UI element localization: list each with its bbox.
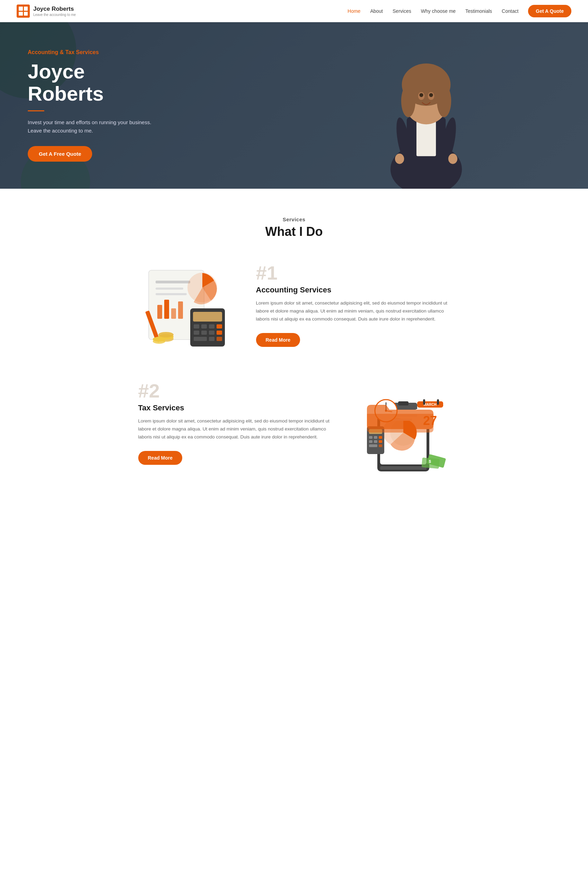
svg-rect-77 bbox=[437, 399, 439, 405]
service-1-read-more-button[interactable]: Read More bbox=[256, 333, 300, 347]
nav-home[interactable]: Home bbox=[348, 8, 360, 14]
nav-links: Home About Services Why choose me Testim… bbox=[348, 8, 572, 14]
service-item-1: #1 Accounting Services Lorem ipsum dolor… bbox=[138, 260, 450, 350]
hero-title: Joyce Roberts bbox=[28, 60, 153, 105]
svg-point-6 bbox=[401, 85, 416, 117]
svg-rect-57 bbox=[379, 436, 382, 439]
nav-services[interactable]: Services bbox=[393, 8, 411, 14]
hero-section: Accounting & Tax Services Joyce Roberts … bbox=[0, 22, 588, 189]
hero-person-svg bbox=[374, 33, 478, 189]
svg-point-10 bbox=[420, 93, 423, 97]
svg-rect-26 bbox=[193, 312, 222, 322]
nav-testimonials[interactable]: Testimonials bbox=[465, 8, 492, 14]
svg-point-11 bbox=[429, 93, 433, 97]
nav-contact[interactable]: Contact bbox=[502, 8, 518, 14]
hero-image bbox=[265, 22, 588, 189]
navigation: Joyce Roberts Leave the accounting to me… bbox=[0, 0, 588, 22]
svg-rect-32 bbox=[201, 331, 207, 335]
svg-rect-36 bbox=[209, 337, 214, 341]
svg-point-44 bbox=[153, 337, 165, 342]
service-item-2: $ MARCH 27 bbox=[138, 378, 450, 475]
svg-rect-18 bbox=[156, 287, 183, 290]
svg-rect-76 bbox=[423, 399, 425, 405]
svg-rect-61 bbox=[369, 444, 377, 447]
svg-rect-33 bbox=[209, 331, 214, 335]
service-1-name: Accounting Services bbox=[256, 286, 450, 295]
hero-divider bbox=[28, 110, 44, 111]
svg-point-15 bbox=[448, 154, 458, 164]
svg-rect-27 bbox=[194, 324, 199, 328]
nav-about[interactable]: About bbox=[370, 8, 383, 14]
svg-text:MARCH: MARCH bbox=[423, 403, 436, 406]
accounting-illustration-svg bbox=[138, 260, 235, 350]
service-2-read-more-button[interactable]: Read More bbox=[138, 451, 183, 465]
brand-tagline: Leave the accounting to me bbox=[33, 13, 76, 17]
svg-rect-56 bbox=[374, 436, 377, 439]
tax-illustration-svg: $ MARCH 27 bbox=[353, 378, 450, 475]
svg-rect-19 bbox=[156, 293, 187, 295]
svg-rect-20 bbox=[157, 305, 162, 319]
svg-rect-31 bbox=[194, 331, 199, 335]
nav-why-choose[interactable]: Why choose me bbox=[421, 8, 456, 14]
brand-name: Joyce Roberts bbox=[33, 6, 76, 12]
service-1-number: #1 bbox=[256, 263, 450, 283]
svg-rect-34 bbox=[216, 331, 222, 335]
service-2-number: #2 bbox=[138, 381, 332, 400]
hero-subtitle: Accounting & Tax Services bbox=[28, 49, 153, 56]
service-1-description: Lorem ipsum dolor sit amet, consectetur … bbox=[256, 300, 450, 323]
svg-rect-28 bbox=[201, 324, 207, 328]
svg-rect-37 bbox=[216, 337, 222, 341]
service-2-text: #2 Tax Services Lorem ipsum dolor sit am… bbox=[138, 378, 332, 465]
services-label: Services bbox=[14, 217, 574, 222]
svg-rect-55 bbox=[369, 436, 372, 439]
hero-description: Invest your time and efforts on running … bbox=[28, 118, 153, 135]
service-2-description: Lorem ipsum dolor sit amet, consectetur … bbox=[138, 417, 332, 441]
service-1-illustration bbox=[138, 260, 235, 350]
svg-rect-52 bbox=[380, 466, 426, 470]
svg-rect-17 bbox=[156, 281, 190, 283]
svg-rect-60 bbox=[379, 440, 382, 443]
svg-point-14 bbox=[395, 154, 404, 164]
services-section: Services What I Do bbox=[0, 189, 588, 524]
nav-get-quote-button[interactable]: Get A Quote bbox=[528, 5, 572, 17]
svg-rect-59 bbox=[374, 440, 377, 443]
service-2-name: Tax Services bbox=[138, 403, 332, 412]
svg-rect-23 bbox=[178, 301, 183, 319]
svg-rect-22 bbox=[171, 309, 176, 319]
svg-rect-48 bbox=[398, 401, 408, 405]
svg-rect-58 bbox=[369, 440, 372, 443]
service-2-illustration: $ MARCH 27 bbox=[353, 378, 450, 475]
svg-rect-30 bbox=[216, 324, 222, 328]
svg-point-7 bbox=[437, 85, 451, 117]
hero-cta-button[interactable]: Get A Free Quote bbox=[28, 146, 92, 162]
svg-rect-62 bbox=[379, 444, 382, 447]
svg-rect-29 bbox=[209, 324, 214, 328]
logo-icon bbox=[16, 5, 30, 18]
svg-point-42 bbox=[158, 332, 174, 337]
logo: Joyce Roberts Leave the accounting to me bbox=[16, 5, 76, 18]
svg-rect-35 bbox=[194, 337, 207, 341]
svg-rect-21 bbox=[164, 300, 169, 319]
service-1-text: #1 Accounting Services Lorem ipsum dolor… bbox=[256, 260, 450, 347]
hero-content: Accounting & Tax Services Joyce Roberts … bbox=[0, 29, 180, 182]
services-title: What I Do bbox=[14, 224, 574, 239]
